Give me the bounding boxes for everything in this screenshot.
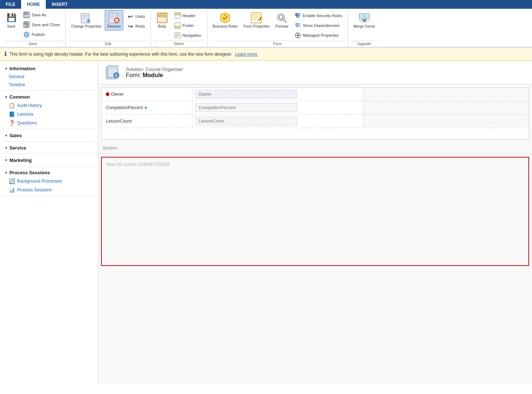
footer-button[interactable]: Footer [171,21,204,30]
svg-rect-27 [158,17,167,22]
content-area: Solution: Course Organiser Form: Module … [98,61,532,384]
sidebar-section-marketing: ▼ Marketing [0,155,98,164]
save-as-label: Save As [32,13,46,17]
questions-icon: ❓ [9,120,15,126]
save-and-close-button[interactable]: Save and Close [20,20,63,29]
sidebar-item-lessons[interactable]: 📘 Lessons [0,110,98,119]
audit-history-label: Audit History [17,103,42,108]
required-star: + [144,105,147,111]
navigation-button[interactable]: Navigation [171,31,204,40]
remove-label: Remove [107,24,121,29]
redo-icon: ↪ [127,23,134,30]
learn-more-link[interactable]: Learn more [235,52,257,57]
preview-icon [276,12,288,24]
sidebar-item-questions[interactable]: ❓ Questions [0,119,98,127]
process-sess-icon: 📊 [9,187,15,193]
show-dependencies-icon [294,22,301,29]
enable-security-roles-icon [294,12,301,19]
tab-file[interactable]: FILE [0,0,21,9]
form-properties-label: Form Properties [244,24,270,29]
change-properties-button[interactable]: Change Properties [69,10,104,31]
sidebar-section-service: ▼ Service [0,143,98,152]
form-properties-button[interactable]: Form Properties [241,10,272,31]
undo-button[interactable]: ↩ Undo [124,12,147,21]
ribbon: FILE HOME INSERT 💾 Save Save As [0,0,532,48]
lessoncount-label: LessonCount [101,115,192,128]
redo-button[interactable]: ↪ Redo [124,21,147,31]
body-icon [156,12,168,24]
svg-point-50 [297,23,300,26]
sidebar-section-process-sessions: ▼ Process Sessions [0,168,98,177]
svg-rect-29 [175,13,180,15]
completionpercent-input[interactable] [195,103,297,112]
ribbon-group-save-items: 💾 Save Save As Save and [3,10,63,40]
sg-control-text: New SG control 1632487232839 [106,162,524,167]
svg-rect-3 [25,15,28,17]
enable-security-roles-button[interactable]: Enable Security Roles [292,11,345,20]
business-rules-button[interactable]: Business Rules [210,10,240,31]
ribbon-group-select: Body Header Footer [151,10,207,47]
merge-forms-button[interactable]: Merge Forms [351,10,377,31]
managed-properties-icon [294,32,301,39]
sidebar-item-process-sessions[interactable]: 📊 Process Sessions [0,186,98,194]
publish-icon [23,31,30,38]
process-sessions-triangle: ▼ [4,171,8,175]
redo-label: Redo [135,24,145,28]
show-dependencies-button[interactable]: Show Dependencies [292,21,345,30]
sidebar-section-sales: ▼ Sales [0,131,98,140]
divider-6 [3,196,95,196]
lessons-icon: 📘 [9,111,15,117]
select-group-label: Select [154,41,204,47]
svg-point-53 [297,34,299,36]
spacer-row [101,128,529,139]
divider-4 [3,154,95,154]
body-button[interactable]: Body [154,10,171,31]
save-as-button[interactable]: Save As [20,10,63,20]
header-icon [174,12,181,19]
save-button[interactable]: 💾 Save [3,10,20,31]
body-label: Body [158,24,166,29]
info-bar: ℹ This form is using high density header… [0,48,532,61]
ribbon-content: 💾 Save Save As Save and [0,9,532,47]
ribbon-group-save: 💾 Save Save As Save and [0,10,66,47]
general-label: General [9,74,24,79]
tab-home[interactable]: HOME [21,0,46,9]
owner-input[interactable] [195,90,297,99]
info-message: This form is using high density header. … [9,52,232,57]
sidebar-item-audit-history[interactable]: 📋 Audit History [0,101,98,110]
table-row: CompletionPercent + [101,101,529,115]
table-row: LessonCount [101,115,529,128]
save-icon: 💾 [5,12,17,24]
managed-properties-button[interactable]: Managed Properties [292,31,345,40]
lessoncount-input[interactable] [195,117,297,126]
sidebar-section-information: ▼ Information [0,64,98,73]
preview-button[interactable]: Preview [273,10,291,31]
tab-insert[interactable]: INSERT [46,0,73,9]
save-and-close-label: Save and Close [32,23,60,27]
remove-button[interactable]: Remove [105,10,123,31]
business-rules-label: Business Rules [213,24,238,29]
save-label: Save [7,24,16,29]
sidebar-item-general[interactable]: General [0,73,98,81]
sidebar-item-background-processes[interactable]: 🔄 Background Processes [0,177,98,186]
form-type-label: Form: [126,72,141,78]
svg-rect-31 [175,26,180,28]
lessoncount-field [192,115,363,128]
remove-icon [108,12,120,24]
section-label: Section [98,143,532,154]
information-label: Information [9,66,36,71]
ribbon-group-select-items: Body Header Footer [154,10,204,40]
sg-control-area[interactable]: New SG control 1632487232839 [101,157,529,266]
form-header: Solution: Course Organiser Form: Module [98,61,532,84]
save-as-icon [23,11,30,19]
header-button[interactable]: Header [171,11,204,20]
footer-icon [174,22,181,29]
marketing-label: Marketing [9,158,32,163]
show-dependencies-label: Show Dependencies [303,23,340,28]
publish-button[interactable]: Publish [20,30,63,39]
sidebar-item-timeline[interactable]: Timeline [0,81,98,89]
svg-point-48 [296,15,299,18]
change-properties-icon [80,12,92,24]
svg-marker-36 [221,13,229,23]
svg-rect-5 [24,22,28,24]
